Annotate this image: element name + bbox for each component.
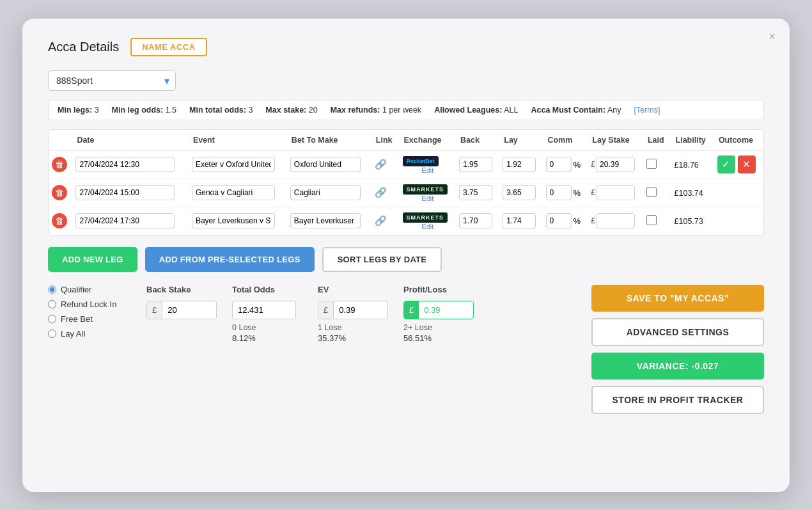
ev-prefix: £ <box>318 301 334 319</box>
refund-lock-in-radio[interactable] <box>48 300 56 308</box>
zero-lose-pct: 8.12% <box>232 333 302 343</box>
col-outcome: Outcome <box>714 130 763 151</box>
bet-input-1[interactable] <box>290 157 361 172</box>
lay-stake-prefix-1: £ <box>591 160 595 169</box>
zero-lose-label: 0 Lose <box>232 323 302 332</box>
laid-checkbox-3[interactable] <box>646 215 657 225</box>
profit-loss-col: Profit/Loss £ 2+ Lose 56.51% <box>403 285 474 343</box>
ev-input-row: £ <box>318 301 388 319</box>
allowed-leagues-info: Allowed Leagues: ALL <box>434 106 518 115</box>
profit-loss-input-row: £ <box>403 301 474 319</box>
table-row: 🗑 🔗 SMARKETS Edit % <box>49 207 763 235</box>
comm-input-3[interactable] <box>546 213 572 228</box>
link-icon-1[interactable]: 🔗 <box>375 159 387 170</box>
add-new-leg-button[interactable]: ADD NEW LEG <box>48 247 137 272</box>
liability-3: £105.73 <box>675 217 703 226</box>
lay-stake-input-3[interactable] <box>597 213 635 228</box>
lay-stake-input-1[interactable] <box>597 157 635 172</box>
outcome-check-1[interactable]: ✓ <box>717 155 735 173</box>
lay-all-radio-label[interactable]: Lay All <box>48 329 131 339</box>
outcome-x-1[interactable]: ✕ <box>738 155 756 173</box>
link-icon-3[interactable]: 🔗 <box>375 215 387 226</box>
ev-input[interactable] <box>334 301 385 319</box>
back-odds-3[interactable] <box>459 213 492 228</box>
comm-input-2[interactable] <box>546 185 572 200</box>
min-total-odds-info: Min total odds: 3 <box>189 106 253 115</box>
lay-all-radio[interactable] <box>48 330 56 338</box>
outcome-cell-1: ✓ ✕ <box>717 155 760 173</box>
event-input-1[interactable] <box>192 157 275 172</box>
sort-legs-button[interactable]: SORT LEGS BY DATE <box>322 247 442 272</box>
liability-1: £18.76 <box>675 161 699 170</box>
bookmaker-select[interactable]: 888Sport Bet365 Betfair Ladbrokes <box>48 70 176 91</box>
total-odds-input[interactable] <box>232 301 296 319</box>
delete-row-1-button[interactable]: 🗑 <box>52 157 67 172</box>
back-odds-2[interactable] <box>459 185 492 200</box>
delete-row-2-button[interactable]: 🗑 <box>52 185 67 200</box>
lay-odds-3[interactable] <box>503 213 536 228</box>
one-lose-pct: 35.37% <box>318 333 388 343</box>
event-input-3[interactable] <box>192 213 275 228</box>
back-stake-input-row: £ <box>146 301 217 319</box>
table-row: 🗑 🔗 PocketBet Edit % <box>49 150 763 179</box>
date-input-2[interactable] <box>75 185 175 200</box>
exchange-badge-2[interactable]: SMARKETS <box>403 184 448 195</box>
bet-input-3[interactable] <box>290 213 361 228</box>
back-odds-1[interactable] <box>459 157 492 172</box>
free-bet-radio[interactable] <box>48 315 56 323</box>
col-lay: Lay <box>499 130 543 151</box>
profit-loss-prefix: £ <box>404 301 419 319</box>
lay-all-label-text: Lay All <box>61 329 85 339</box>
lay-odds-2[interactable] <box>503 185 536 200</box>
qualifier-radio[interactable] <box>48 285 56 294</box>
two-plus-lose-pct: 56.51% <box>403 333 474 343</box>
date-input-3[interactable] <box>75 213 175 228</box>
advanced-settings-button[interactable]: ADVANCED SETTINGS <box>591 318 764 346</box>
event-input-2[interactable] <box>192 185 275 200</box>
back-stake-input[interactable] <box>162 301 214 319</box>
close-button[interactable]: × <box>769 30 776 44</box>
bet-input-2[interactable] <box>290 185 361 200</box>
total-odds-label: Total Odds <box>232 285 302 294</box>
exchange-edit-2[interactable]: Edit <box>403 195 453 202</box>
back-stake-prefix: £ <box>147 301 162 319</box>
variance-button[interactable]: VARIANCE: -0.027 <box>591 353 764 379</box>
terms-link[interactable]: [Terms] <box>634 106 660 115</box>
date-input-1[interactable] <box>75 157 175 172</box>
modal-header: Acca Details NAME ACCA <box>48 38 764 56</box>
exchange-edit-3[interactable]: Edit <box>403 223 453 230</box>
name-acca-button[interactable]: NAME ACCA <box>130 38 207 56</box>
col-event: Event <box>189 130 287 151</box>
add-preselected-button[interactable]: ADD FROM PRE-SELECTED LEGS <box>145 247 315 272</box>
acca-must-contain-info: Acca Must Contain: Any <box>531 106 621 115</box>
lay-stake-prefix-3: £ <box>591 216 595 225</box>
col-comm: Comm <box>543 130 588 151</box>
one-lose-label: 1 Lose <box>318 323 388 332</box>
liability-2: £103.74 <box>675 189 703 198</box>
free-bet-radio-label[interactable]: Free Bet <box>48 314 131 324</box>
laid-checkbox-1[interactable] <box>646 159 657 169</box>
info-bar: Min legs: 3 Min leg odds: 1.5 Min total … <box>48 100 764 120</box>
lay-odds-1[interactable] <box>503 157 536 172</box>
delete-row-3-button[interactable]: 🗑 <box>52 213 67 228</box>
comm-pct-1: % <box>573 160 581 170</box>
lay-stake-input-2[interactable] <box>597 185 635 200</box>
store-profit-tracker-button[interactable]: STORE IN PROFIT TRACKER <box>591 386 764 414</box>
exchange-badge-1[interactable]: PocketBet <box>403 156 439 166</box>
profit-loss-label: Profit/Loss <box>403 285 474 294</box>
total-odds-col: Total Odds 0 Lose 8.12% <box>232 285 302 343</box>
comm-input-1[interactable] <box>546 157 572 172</box>
qualifier-label-text: Qualifier <box>61 285 91 294</box>
action-buttons-row: ADD NEW LEG ADD FROM PRE-SELECTED LEGS S… <box>48 247 764 272</box>
save-acca-button[interactable]: SAVE TO "MY ACCAS" <box>591 285 764 312</box>
exchange-edit-1[interactable]: Edit <box>403 166 453 174</box>
two-plus-lose-item: 2+ Lose 56.51% <box>403 323 474 343</box>
refund-lock-in-radio-label[interactable]: Refund Lock In <box>48 299 131 309</box>
lay-stake-prefix-2: £ <box>591 188 595 197</box>
exchange-badge-3[interactable]: SMARKETS <box>403 212 448 223</box>
min-leg-odds-info: Min leg odds: 1.5 <box>112 106 176 115</box>
qualifier-radio-label[interactable]: Qualifier <box>48 285 131 294</box>
profit-loss-input[interactable] <box>419 301 464 319</box>
link-icon-2[interactable]: 🔗 <box>375 187 387 198</box>
laid-checkbox-2[interactable] <box>646 187 657 197</box>
